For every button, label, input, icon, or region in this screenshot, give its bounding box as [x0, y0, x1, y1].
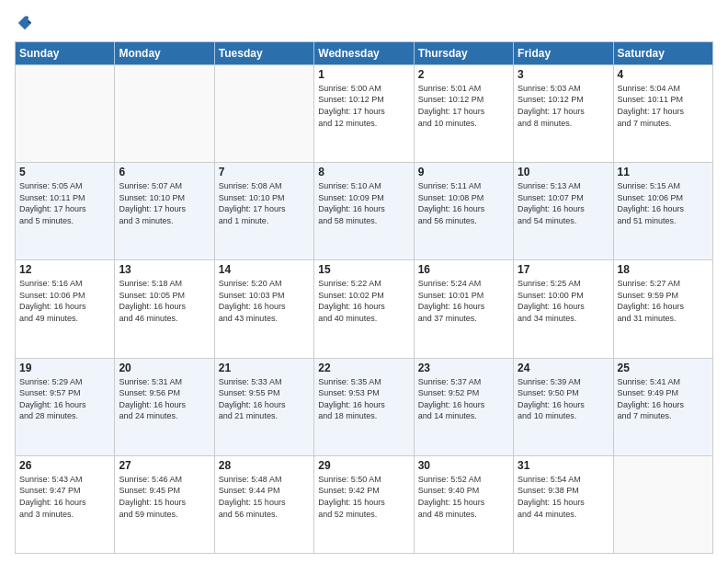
day-info: Sunrise: 5:13 AM Sunset: 10:07 PM Daylig… — [518, 180, 609, 226]
day-number: 30 — [418, 459, 509, 472]
calendar-header-row: SundayMondayTuesdayWednesdayThursdayFrid… — [16, 41, 713, 64]
calendar-cell: 24Sunrise: 5:39 AM Sunset: 9:50 PM Dayli… — [514, 358, 613, 455]
day-info: Sunrise: 5:10 AM Sunset: 10:09 PM Daylig… — [318, 180, 409, 226]
day-info: Sunrise: 5:25 AM Sunset: 10:00 PM Daylig… — [518, 278, 609, 324]
day-info: Sunrise: 5:00 AM Sunset: 10:12 PM Daylig… — [318, 83, 409, 129]
day-info: Sunrise: 5:01 AM Sunset: 10:12 PM Daylig… — [418, 83, 509, 129]
day-info: Sunrise: 5:29 AM Sunset: 9:57 PM Dayligh… — [19, 376, 110, 422]
weekday-header-tuesday: Tuesday — [214, 41, 313, 64]
day-number: 14 — [219, 263, 310, 276]
calendar-cell: 13Sunrise: 5:18 AM Sunset: 10:05 PM Dayl… — [115, 260, 214, 358]
day-info: Sunrise: 5:05 AM Sunset: 10:11 PM Daylig… — [19, 180, 110, 226]
day-number: 13 — [119, 263, 210, 276]
day-info: Sunrise: 5:48 AM Sunset: 9:44 PM Dayligh… — [219, 474, 310, 520]
day-info: Sunrise: 5:22 AM Sunset: 10:02 PM Daylig… — [318, 278, 409, 324]
logo — [15, 15, 33, 36]
day-number: 8 — [318, 166, 409, 178]
calendar-cell: 29Sunrise: 5:50 AM Sunset: 9:42 PM Dayli… — [314, 455, 414, 553]
day-number: 17 — [518, 263, 609, 276]
day-number: 23 — [418, 362, 509, 374]
calendar-cell: 27Sunrise: 5:46 AM Sunset: 9:45 PM Dayli… — [115, 455, 214, 553]
calendar-cell: 4Sunrise: 5:04 AM Sunset: 10:11 PM Dayli… — [613, 64, 712, 162]
day-info: Sunrise: 5:39 AM Sunset: 9:50 PM Dayligh… — [518, 376, 609, 422]
weekday-header-saturday: Saturday — [613, 41, 712, 64]
header — [15, 11, 713, 36]
page: SundayMondayTuesdayWednesdayThursdayFrid… — [0, 0, 728, 563]
calendar-cell: 11Sunrise: 5:15 AM Sunset: 10:06 PM Dayl… — [613, 163, 712, 260]
calendar-cell: 8Sunrise: 5:10 AM Sunset: 10:09 PM Dayli… — [314, 163, 414, 260]
day-number: 7 — [219, 166, 310, 178]
calendar-cell: 26Sunrise: 5:43 AM Sunset: 9:47 PM Dayli… — [16, 455, 115, 553]
day-info: Sunrise: 5:04 AM Sunset: 10:11 PM Daylig… — [618, 83, 709, 129]
calendar-cell: 2Sunrise: 5:01 AM Sunset: 10:12 PM Dayli… — [414, 64, 513, 162]
calendar-cell: 21Sunrise: 5:33 AM Sunset: 9:55 PM Dayli… — [214, 358, 313, 455]
weekday-header-wednesday: Wednesday — [314, 41, 414, 64]
calendar-week-row: 26Sunrise: 5:43 AM Sunset: 9:47 PM Dayli… — [16, 455, 713, 553]
day-number: 19 — [19, 362, 110, 374]
calendar-cell: 3Sunrise: 5:03 AM Sunset: 10:12 PM Dayli… — [514, 64, 613, 162]
logo-icon — [17, 15, 33, 31]
calendar-cell: 23Sunrise: 5:37 AM Sunset: 9:52 PM Dayli… — [414, 358, 513, 455]
weekday-header-sunday: Sunday — [16, 41, 115, 64]
day-number: 12 — [19, 263, 110, 276]
calendar-cell: 10Sunrise: 5:13 AM Sunset: 10:07 PM Dayl… — [514, 163, 613, 260]
calendar-cell: 28Sunrise: 5:48 AM Sunset: 9:44 PM Dayli… — [214, 455, 313, 553]
calendar-cell: 31Sunrise: 5:54 AM Sunset: 9:38 PM Dayli… — [514, 455, 613, 553]
day-info: Sunrise: 5:07 AM Sunset: 10:10 PM Daylig… — [119, 180, 210, 226]
calendar-cell: 25Sunrise: 5:41 AM Sunset: 9:49 PM Dayli… — [613, 358, 712, 455]
day-info: Sunrise: 5:41 AM Sunset: 9:49 PM Dayligh… — [618, 376, 709, 422]
day-info: Sunrise: 5:46 AM Sunset: 9:45 PM Dayligh… — [119, 474, 210, 520]
calendar-cell: 9Sunrise: 5:11 AM Sunset: 10:08 PM Dayli… — [414, 163, 513, 260]
day-info: Sunrise: 5:16 AM Sunset: 10:06 PM Daylig… — [19, 278, 110, 324]
calendar-week-row: 1Sunrise: 5:00 AM Sunset: 10:12 PM Dayli… — [16, 64, 713, 162]
day-number: 27 — [119, 459, 210, 472]
day-number: 31 — [518, 459, 609, 472]
day-info: Sunrise: 5:43 AM Sunset: 9:47 PM Dayligh… — [19, 474, 110, 520]
calendar-cell — [16, 64, 115, 162]
day-number: 5 — [19, 166, 110, 178]
calendar-cell — [115, 64, 214, 162]
calendar-cell: 16Sunrise: 5:24 AM Sunset: 10:01 PM Dayl… — [414, 260, 513, 358]
day-info: Sunrise: 5:35 AM Sunset: 9:53 PM Dayligh… — [318, 376, 409, 422]
day-number: 21 — [219, 362, 310, 374]
calendar-cell: 17Sunrise: 5:25 AM Sunset: 10:00 PM Dayl… — [514, 260, 613, 358]
calendar-table: SundayMondayTuesdayWednesdayThursdayFrid… — [15, 41, 713, 554]
day-info: Sunrise: 5:27 AM Sunset: 9:59 PM Dayligh… — [618, 278, 709, 324]
day-number: 25 — [618, 362, 709, 374]
calendar-cell: 7Sunrise: 5:08 AM Sunset: 10:10 PM Dayli… — [214, 163, 313, 260]
day-info: Sunrise: 5:54 AM Sunset: 9:38 PM Dayligh… — [518, 474, 609, 520]
calendar-cell: 6Sunrise: 5:07 AM Sunset: 10:10 PM Dayli… — [115, 163, 214, 260]
weekday-header-thursday: Thursday — [414, 41, 513, 64]
day-number: 3 — [518, 68, 609, 81]
day-number: 1 — [318, 68, 409, 81]
day-number: 4 — [618, 68, 709, 81]
day-number: 24 — [518, 362, 609, 374]
calendar-cell: 19Sunrise: 5:29 AM Sunset: 9:57 PM Dayli… — [16, 358, 115, 455]
calendar-cell: 18Sunrise: 5:27 AM Sunset: 9:59 PM Dayli… — [613, 260, 712, 358]
day-number: 2 — [418, 68, 509, 81]
day-number: 28 — [219, 459, 310, 472]
day-info: Sunrise: 5:31 AM Sunset: 9:56 PM Dayligh… — [119, 376, 210, 422]
calendar-cell: 30Sunrise: 5:52 AM Sunset: 9:40 PM Dayli… — [414, 455, 513, 553]
day-number: 9 — [418, 166, 509, 178]
day-number: 15 — [318, 263, 409, 276]
weekday-header-friday: Friday — [514, 41, 613, 64]
day-number: 10 — [518, 166, 609, 178]
day-info: Sunrise: 5:50 AM Sunset: 9:42 PM Dayligh… — [318, 474, 409, 520]
day-number: 18 — [618, 263, 709, 276]
day-number: 22 — [318, 362, 409, 374]
day-number: 6 — [119, 166, 210, 178]
calendar-cell: 1Sunrise: 5:00 AM Sunset: 10:12 PM Dayli… — [314, 64, 414, 162]
day-number: 20 — [119, 362, 210, 374]
day-info: Sunrise: 5:08 AM Sunset: 10:10 PM Daylig… — [219, 180, 310, 226]
day-info: Sunrise: 5:24 AM Sunset: 10:01 PM Daylig… — [418, 278, 509, 324]
day-info: Sunrise: 5:37 AM Sunset: 9:52 PM Dayligh… — [418, 376, 509, 422]
calendar-cell: 14Sunrise: 5:20 AM Sunset: 10:03 PM Dayl… — [214, 260, 313, 358]
day-info: Sunrise: 5:18 AM Sunset: 10:05 PM Daylig… — [119, 278, 210, 324]
calendar-cell: 5Sunrise: 5:05 AM Sunset: 10:11 PM Dayli… — [16, 163, 115, 260]
day-info: Sunrise: 5:11 AM Sunset: 10:08 PM Daylig… — [418, 180, 509, 226]
calendar-cell — [613, 455, 712, 553]
day-info: Sunrise: 5:15 AM Sunset: 10:06 PM Daylig… — [618, 180, 709, 226]
calendar-week-row: 5Sunrise: 5:05 AM Sunset: 10:11 PM Dayli… — [16, 163, 713, 260]
calendar-week-row: 12Sunrise: 5:16 AM Sunset: 10:06 PM Dayl… — [16, 260, 713, 358]
